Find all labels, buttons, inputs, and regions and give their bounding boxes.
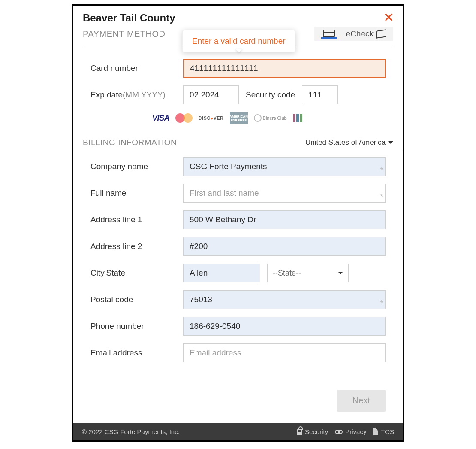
billing-title: BILLING INFORMATION: [83, 138, 177, 147]
validation-tooltip: Enter a valid card number: [182, 30, 295, 52]
state-placeholder: --State--: [273, 269, 301, 278]
city-input[interactable]: [183, 264, 260, 282]
company-input[interactable]: [183, 157, 386, 176]
next-button[interactable]: Next: [337, 390, 386, 412]
tab-echeck[interactable]: eCheck: [346, 29, 386, 39]
visa-logo-icon: VISA: [152, 112, 169, 124]
security-code-input[interactable]: [302, 85, 338, 104]
citystate-label: City,State: [90, 268, 183, 278]
accepted-card-brands: VISA DISC●VER AMERICANEXPRESS Diners Clu…: [152, 112, 386, 124]
credit-card-icon: [323, 30, 335, 37]
email-label: Email address: [90, 348, 183, 358]
exp-date-label: Exp date(MM YYYY): [90, 90, 183, 100]
diners-logo-icon: Diners Club: [254, 112, 287, 124]
amex-logo-icon: AMERICANEXPRESS: [230, 112, 248, 124]
addr2-label: Address line 2: [90, 242, 183, 251]
close-icon[interactable]: ✕: [383, 11, 394, 24]
section-payment-method: PAYMENT METHOD: [83, 29, 166, 39]
addr2-input[interactable]: [183, 237, 386, 256]
card-number-input[interactable]: [183, 59, 386, 78]
fullname-input[interactable]: [183, 184, 386, 203]
card-number-label: Card number: [90, 64, 183, 73]
fullname-label: Full name: [90, 188, 183, 198]
addr1-label: Address line 1: [90, 215, 183, 224]
payment-fields: Card number Exp date(MM YYYY) Security c…: [73, 46, 403, 138]
eye-icon: [335, 430, 343, 434]
chevron-down-icon: [338, 272, 343, 277]
echeck-icon: [376, 30, 386, 38]
state-select[interactable]: --State--: [267, 264, 349, 282]
company-label: Company name: [90, 162, 183, 171]
chevron-down-icon: [388, 141, 393, 146]
lock-icon: [297, 429, 302, 435]
billing-section-header: BILLING INFORMATION United States of Ame…: [73, 138, 403, 151]
tos-link[interactable]: TOS: [373, 428, 394, 435]
jcb-logo-icon: [293, 112, 302, 124]
billing-fields: Company name Full name Address line 1 Ad…: [73, 157, 403, 374]
postal-input[interactable]: [183, 290, 386, 309]
phone-input[interactable]: [183, 317, 386, 336]
tab-echeck-label: eCheck: [346, 29, 374, 39]
country-selected-label: United States of America: [305, 138, 386, 147]
addr1-input[interactable]: [183, 210, 386, 229]
email-input[interactable]: [183, 343, 386, 362]
payment-dialog: ✕ Beaver Tail County PAYMENT METHOD eChe…: [72, 4, 404, 442]
security-link[interactable]: Security: [297, 428, 328, 435]
discover-logo-icon: DISC●VER: [199, 112, 224, 124]
copyright-text: © 2022 CSG Forte Payments, Inc.: [82, 428, 180, 435]
postal-label: Postal code: [90, 295, 183, 304]
tab-card[interactable]: [321, 29, 337, 39]
merchant-title: Beaver Tail County: [83, 12, 393, 24]
security-code-label: Security code: [246, 90, 295, 100]
document-icon: [373, 428, 378, 435]
country-select[interactable]: United States of America: [305, 138, 393, 147]
exp-date-input[interactable]: [183, 85, 239, 104]
phone-label: Phone number: [90, 322, 183, 331]
payment-method-tabs: eCheck: [314, 27, 393, 41]
privacy-link[interactable]: Privacy: [335, 428, 366, 435]
mastercard-logo-icon: [175, 112, 193, 124]
dialog-footer: © 2022 CSG Forte Payments, Inc. Security…: [73, 423, 403, 440]
